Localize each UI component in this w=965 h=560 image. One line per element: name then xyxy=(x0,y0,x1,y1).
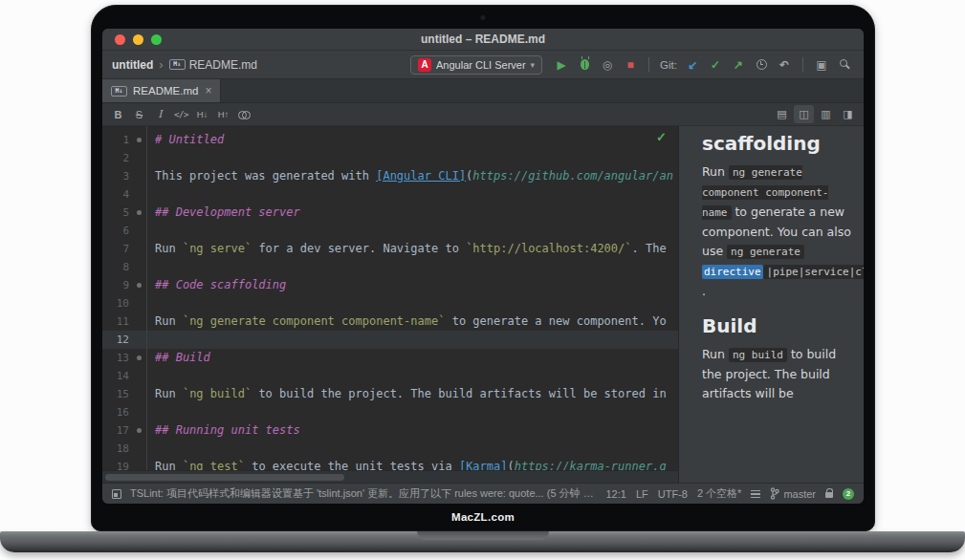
status-bar: TSLint: 项目代码样式和编辑器设置基于 'tslint.json' 更新。… xyxy=(102,483,864,504)
bold-button[interactable]: B xyxy=(108,105,128,123)
line-number: 4 xyxy=(102,185,133,204)
preview-layout-group: ▤ ◫ ▥ ◨ xyxy=(772,105,858,123)
editor-hscrollbar[interactable] xyxy=(102,470,678,483)
show-editor-only-button[interactable]: ▤ xyxy=(772,105,792,123)
search-everywhere-button[interactable] xyxy=(835,54,854,75)
editor-line[interactable]: 10 xyxy=(102,294,678,312)
run-config-select[interactable]: A Angular CLI Server ▾ xyxy=(410,55,542,75)
vcs-update-button[interactable]: ↙ xyxy=(683,54,702,75)
italic-button[interactable]: I xyxy=(150,105,170,123)
inspection-status-icon[interactable]: ✓ xyxy=(656,130,667,144)
fold-column[interactable] xyxy=(133,276,146,294)
editor-line[interactable]: 2 xyxy=(102,149,678,167)
debug-button[interactable] xyxy=(575,54,594,75)
editor-line[interactable]: 11Run `ng generate component component-n… xyxy=(102,312,678,331)
search-icon xyxy=(840,59,847,67)
screen-display: untitled – README.md untitled › M↓ READM… xyxy=(102,29,864,504)
status-widgets: 12:1 LF UTF-8 2 个空格* master xyxy=(605,486,854,501)
header-level-up-button[interactable]: H↑ xyxy=(213,105,233,123)
coverage-button[interactable]: ◎ xyxy=(598,54,617,75)
editor-line[interactable]: 9## Code scaffolding xyxy=(102,276,678,294)
header-level-down-button[interactable]: H↓ xyxy=(192,105,212,123)
editor-pane[interactable]: 1# Untitled23This project was generated … xyxy=(102,126,678,483)
tool-windows-button[interactable] xyxy=(112,489,121,499)
hscrollbar-thumb[interactable] xyxy=(105,474,344,481)
fold-column xyxy=(133,240,146,258)
breadcrumb-project[interactable]: untitled xyxy=(112,58,153,72)
editor-line[interactable]: 13## Build xyxy=(102,349,678,367)
strikethrough-button[interactable]: S xyxy=(129,105,149,123)
notification-badge[interactable]: 2 xyxy=(843,488,854,500)
file-encoding[interactable]: UTF-8 xyxy=(658,488,688,500)
git-branch-widget[interactable]: master xyxy=(770,487,816,500)
tab-close-icon[interactable]: × xyxy=(205,84,211,97)
insert-link-button[interactable] xyxy=(234,105,254,123)
fold-column[interactable] xyxy=(133,204,146,222)
fold-marker-icon[interactable] xyxy=(137,210,142,215)
breadcrumb-file[interactable]: README.md xyxy=(189,58,257,72)
detach-preview-button[interactable]: ◨ xyxy=(838,105,858,123)
fold-marker-icon[interactable] xyxy=(137,283,142,288)
preview-paragraph: Run ng generate component component-name… xyxy=(702,162,854,301)
line-text: # Untitled xyxy=(155,131,224,149)
minimize-window-button[interactable] xyxy=(133,34,143,45)
status-message: TSLint: 项目代码样式和编辑器设置基于 'tslint.json' 更新。… xyxy=(130,486,597,501)
tab-label: README.md xyxy=(133,85,198,97)
fold-column[interactable] xyxy=(133,131,146,149)
run-button[interactable]: ▶ xyxy=(552,54,571,75)
code-span-button[interactable]: </> xyxy=(171,105,191,123)
stop-button[interactable]: ■ xyxy=(621,54,640,75)
chevron-right-icon: › xyxy=(159,57,163,72)
editor-line[interactable]: 16 xyxy=(102,403,678,421)
fold-column xyxy=(133,149,146,167)
editor-line[interactable]: 19Run `ng test` to execute the unit test… xyxy=(102,458,678,470)
editor-split: 1# Untitled23This project was generated … xyxy=(102,126,864,483)
indent-info[interactable]: 2 个空格* xyxy=(697,486,741,501)
line-number: 5 xyxy=(102,204,133,222)
editor-line[interactable]: 5## Development server xyxy=(102,204,678,222)
vcs-commit-button[interactable]: ✓ xyxy=(706,54,725,75)
editor-line[interactable]: 12 xyxy=(102,331,678,349)
markdown-file-icon: M↓ xyxy=(111,86,127,97)
restore-windows-button[interactable]: ▣ xyxy=(812,54,831,75)
fold-marker-icon[interactable] xyxy=(137,355,142,360)
caret-position[interactable]: 12:1 xyxy=(605,488,625,500)
fold-column[interactable] xyxy=(133,421,146,440)
show-preview-only-button[interactable]: ▥ xyxy=(816,105,836,123)
editor-line[interactable]: 18 xyxy=(102,440,678,458)
tab-readme[interactable]: M↓ README.md × xyxy=(102,79,221,102)
editor-scroll-area[interactable]: 1# Untitled23This project was generated … xyxy=(102,126,678,470)
line-text: ## Development server xyxy=(155,204,300,222)
column-mode-icon[interactable] xyxy=(751,490,760,498)
editor-line[interactable]: 1# Untitled xyxy=(102,131,678,149)
editor-line[interactable]: 6 xyxy=(102,222,678,240)
fold-marker-icon[interactable] xyxy=(137,138,142,142)
run-config-label: Angular CLI Server xyxy=(436,59,526,71)
show-editor-and-preview-button[interactable]: ◫ xyxy=(794,105,814,123)
fold-column xyxy=(133,222,146,240)
editor-line[interactable]: 14 xyxy=(102,367,678,385)
editor-line[interactable]: 15Run `ng build` to build the project. T… xyxy=(102,385,678,403)
editor-line[interactable]: 3This project was generated with [Angula… xyxy=(102,167,678,185)
vcs-push-button[interactable]: ↗ xyxy=(729,54,748,75)
gutter-separator xyxy=(146,126,147,470)
editor-line[interactable]: 4 xyxy=(102,185,678,204)
history-button[interactable] xyxy=(752,54,771,75)
laptop-screen: untitled – README.md untitled › M↓ READM… xyxy=(91,5,875,531)
lock-icon[interactable] xyxy=(825,492,833,498)
line-number: 14 xyxy=(102,367,133,385)
line-number: 8 xyxy=(102,258,133,276)
markdown-preview-pane[interactable]: scaffoldingRun ng generate component com… xyxy=(678,126,864,483)
editor-line[interactable]: 17## Running unit tests xyxy=(102,421,678,440)
camera-icon xyxy=(481,15,486,20)
editor-line[interactable]: 8 xyxy=(102,258,678,276)
fold-column xyxy=(133,331,146,349)
fold-marker-icon[interactable] xyxy=(137,428,142,433)
close-window-button[interactable] xyxy=(115,34,125,45)
rollback-button[interactable]: ↶ xyxy=(775,54,794,75)
fold-column[interactable] xyxy=(133,349,146,367)
line-separator[interactable]: LF xyxy=(636,488,648,500)
zoom-window-button[interactable] xyxy=(151,34,162,45)
editor-line[interactable]: 7Run `ng serve` for a dev server. Naviga… xyxy=(102,240,678,258)
window-title: untitled – README.md xyxy=(102,32,864,46)
